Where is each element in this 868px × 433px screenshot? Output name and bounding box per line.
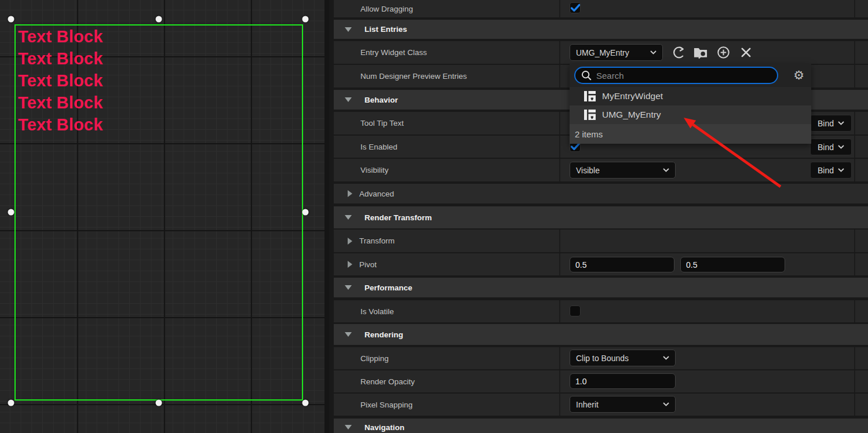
- search-icon: [581, 70, 592, 81]
- resize-handle-bottom-left[interactable]: [8, 400, 14, 406]
- item-count-status: 2 items: [570, 124, 811, 144]
- resize-handle-middle-right[interactable]: [302, 209, 309, 216]
- row-pixel-snapping: Pixel Snapping Inherit: [334, 394, 868, 416]
- widget-blueprint-icon: [583, 109, 596, 121]
- expand-triangle-icon: [348, 261, 352, 268]
- expand-triangle-icon: [348, 238, 352, 245]
- row-clipping: Clipping Clip to Bounds: [334, 347, 868, 369]
- chevron-down-icon: [650, 50, 657, 54]
- chevron-down-icon: [838, 145, 844, 149]
- umg-editor: Text Block Text Block Text Block Text Bl…: [0, 0, 868, 433]
- resize-handle-top-right[interactable]: [302, 16, 309, 23]
- allow-dragging-checkbox[interactable]: [570, 2, 581, 13]
- tool-tip-text-label: Tool Tip Text: [334, 119, 404, 128]
- collapse-triangle-icon: [345, 215, 352, 220]
- chevron-down-icon: [838, 168, 844, 172]
- bind-button-visibility[interactable]: Bind: [810, 162, 852, 179]
- resize-handle-bottom-right[interactable]: [302, 400, 309, 406]
- visibility-dropdown[interactable]: Visible: [570, 162, 676, 179]
- text-block-line: Text Block: [18, 92, 103, 114]
- text-block-line: Text Block: [18, 48, 103, 70]
- search-box[interactable]: [574, 67, 778, 84]
- chevron-down-icon: [663, 356, 669, 360]
- text-block-line: Text Block: [18, 26, 103, 48]
- pivot-x-field[interactable]: [570, 257, 674, 272]
- section-title: Rendering: [352, 330, 403, 339]
- resize-handle-bottom-center[interactable]: [156, 400, 162, 406]
- section-rendering[interactable]: Rendering: [334, 324, 868, 345]
- clipping-label: Clipping: [334, 354, 389, 363]
- list-view-preview[interactable]: Text Block Text Block Text Block Text Bl…: [18, 26, 103, 136]
- class-option-myentrywidget[interactable]: MyEntryWidget: [570, 87, 811, 105]
- text-block-line: Text Block: [18, 70, 103, 92]
- browse-to-asset-icon[interactable]: [694, 46, 707, 60]
- is-volatile-checkbox[interactable]: [570, 305, 581, 316]
- collapse-triangle-icon: [345, 285, 352, 290]
- class-option-umg-myentry[interactable]: UMG_MyEntry: [570, 105, 811, 124]
- pixel-snapping-dropdown[interactable]: Inherit: [570, 396, 676, 413]
- is-volatile-label: Is Volatile: [334, 307, 394, 316]
- resize-handle-top-center[interactable]: [156, 16, 162, 23]
- section-navigation[interactable]: Navigation: [334, 419, 868, 433]
- row-is-volatile: Is Volatile: [334, 300, 868, 322]
- make-new-asset-icon[interactable]: [716, 46, 730, 60]
- pixel-snapping-value: Inherit: [576, 400, 599, 409]
- section-title: Behavior: [352, 96, 398, 104]
- collapse-triangle-icon: [345, 425, 352, 430]
- class-picker-popup: ⚙ MyEntryWidget UMG_MyEntry 2 items: [570, 64, 811, 144]
- render-opacity-label: Render Opacity: [334, 377, 415, 386]
- pivot-label: Pivot: [334, 260, 377, 269]
- row-render-opacity: Render Opacity: [334, 370, 868, 392]
- clipping-value: Clip to Bounds: [576, 354, 629, 363]
- allow-dragging-label: Allow Dragging: [334, 5, 413, 13]
- text-block-line: Text Block: [18, 114, 103, 136]
- visibility-label: Visibility: [334, 166, 389, 174]
- section-title: Render Transform: [352, 213, 432, 222]
- collapse-triangle-icon: [345, 27, 352, 32]
- section-render-transform[interactable]: Render Transform: [334, 206, 868, 228]
- entry-widget-class-dropdown[interactable]: UMG_MyEntry: [570, 44, 663, 61]
- section-performance[interactable]: Performance: [334, 278, 868, 297]
- render-opacity-field[interactable]: [570, 373, 676, 389]
- gear-icon[interactable]: ⚙: [793, 68, 804, 83]
- designer-canvas[interactable]: Text Block Text Block Text Block Text Bl…: [0, 0, 324, 433]
- expand-triangle-icon: [348, 190, 352, 197]
- clear-asset-icon[interactable]: [739, 46, 753, 60]
- is-enabled-label: Is Enabled: [334, 143, 397, 151]
- row-pivot: Pivot: [334, 253, 868, 275]
- chevron-down-icon: [838, 121, 844, 125]
- class-option-label: MyEntryWidget: [602, 91, 663, 101]
- asset-toolbar: [671, 46, 753, 60]
- collapse-triangle-icon: [345, 97, 352, 102]
- pivot-y-field[interactable]: [680, 257, 785, 272]
- num-designer-preview-entries-label: Num Designer Preview Entries: [334, 72, 467, 81]
- pixel-snapping-label: Pixel Snapping: [334, 401, 413, 409]
- clipping-dropdown[interactable]: Clip to Bounds: [570, 350, 676, 366]
- resize-handle-top-left[interactable]: [8, 16, 14, 23]
- search-input[interactable]: [596, 71, 758, 81]
- section-list-entries[interactable]: List Entries: [334, 20, 868, 39]
- row-allow-dragging: Allow Dragging: [334, 0, 868, 17]
- bind-button-is-enabled[interactable]: Bind: [810, 139, 852, 155]
- use-selected-asset-icon[interactable]: [671, 46, 685, 60]
- widget-blueprint-icon: [583, 90, 596, 102]
- collapse-triangle-icon: [345, 332, 352, 337]
- visibility-value: Visible: [576, 166, 600, 175]
- transform-label: Transform: [334, 236, 395, 245]
- section-title: Performance: [352, 283, 413, 292]
- resize-handle-middle-left[interactable]: [8, 209, 14, 216]
- class-option-label: UMG_MyEntry: [602, 110, 661, 120]
- chevron-down-icon: [663, 168, 669, 172]
- row-visibility: Visibility Visible Bind: [334, 159, 868, 181]
- advanced-label: Advanced: [334, 190, 394, 198]
- bind-button-tool-tip-text[interactable]: Bind: [810, 115, 852, 132]
- section-title: Navigation: [352, 423, 404, 432]
- chevron-down-icon: [663, 402, 669, 406]
- entry-widget-class-value: UMG_MyEntry: [576, 48, 629, 57]
- row-advanced[interactable]: Advanced: [334, 184, 868, 203]
- section-title: List Entries: [352, 25, 407, 34]
- check-icon: [571, 4, 580, 12]
- details-panel: Allow Dragging List Entries Entry Widget…: [324, 0, 868, 433]
- row-transform[interactable]: Transform: [334, 230, 868, 252]
- entry-widget-class-label: Entry Widget Class: [334, 48, 427, 57]
